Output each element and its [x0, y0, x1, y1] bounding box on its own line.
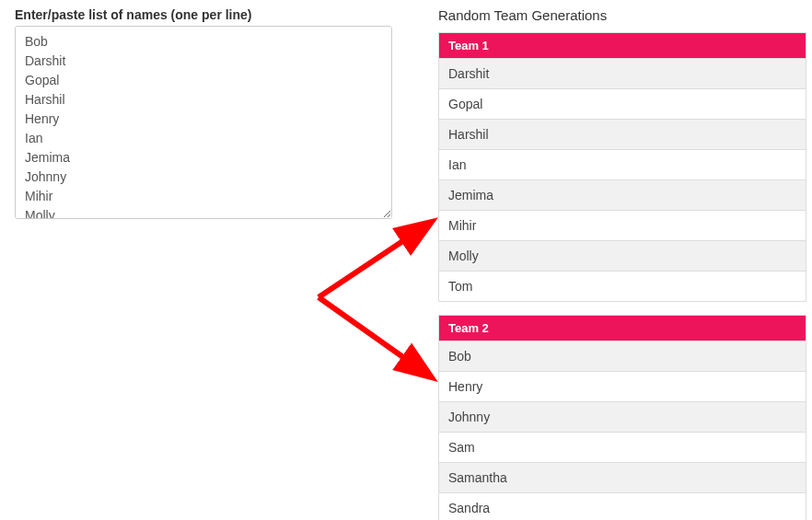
team-member-row: Molly	[439, 240, 806, 271]
team-member-row: Sam	[439, 432, 806, 462]
team-member-row: Tom	[439, 271, 806, 301]
team-member-row: Sandra	[439, 492, 806, 520]
names-textarea[interactable]	[15, 26, 392, 219]
team-member-row: Johnny	[439, 401, 806, 432]
results-heading: Random Team Generations	[438, 7, 806, 23]
teams-container: Team 1DarshitGopalHarshilIanJemimaMihirM…	[438, 32, 806, 520]
team-member-row: Samantha	[439, 462, 806, 492]
team-member-row: Jemima	[439, 179, 806, 210]
names-input-label: Enter/paste list of names (one per line)	[15, 7, 392, 22]
arrow-graphic	[291, 210, 447, 394]
team-member-row: Ian	[439, 149, 806, 179]
svg-line-2	[319, 297, 429, 376]
team-block: Team 2BobHenryJohnnySamSamanthaSandraSha…	[438, 315, 806, 520]
team-member-row: Gopal	[439, 88, 806, 119]
team-header: Team 1	[439, 33, 806, 58]
team-member-row: Bob	[439, 341, 806, 371]
team-member-row: Mihir	[439, 210, 806, 240]
team-member-row: Harshil	[439, 119, 806, 149]
svg-line-1	[319, 224, 429, 297]
team-member-row: Darshit	[439, 58, 806, 88]
team-block: Team 1DarshitGopalHarshilIanJemimaMihirM…	[438, 32, 806, 302]
team-member-row: Henry	[439, 371, 806, 401]
team-header: Team 2	[439, 316, 806, 341]
